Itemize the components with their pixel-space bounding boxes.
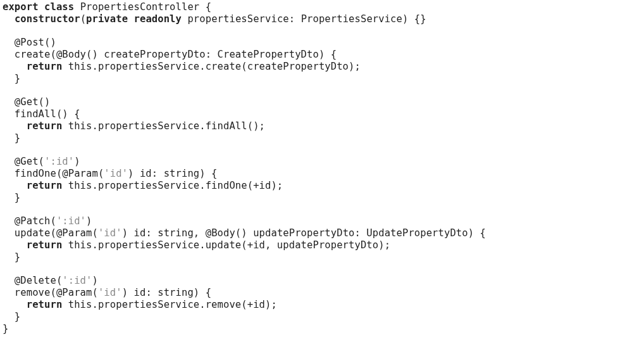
code-line: return this.propertiesService.remove(+id… bbox=[3, 299, 277, 310]
kw-private: private bbox=[86, 13, 128, 25]
code-line: } bbox=[3, 323, 8, 334]
kw-return: return bbox=[27, 299, 63, 310]
code-line: export class PropertiesController { bbox=[3, 1, 211, 13]
code-line: update(@Param('id') id: string, @Body() … bbox=[3, 227, 486, 239]
str-id: 'id' bbox=[98, 227, 122, 239]
kw-return: return bbox=[27, 180, 63, 191]
code-block: export class PropertiesController { cons… bbox=[0, 0, 644, 334]
code-line: return this.propertiesService.create(cre… bbox=[3, 61, 361, 72]
code-line: } bbox=[3, 311, 20, 322]
str-id: ':id' bbox=[44, 156, 74, 167]
code-line: } bbox=[3, 132, 20, 144]
code-line: @Post() bbox=[3, 37, 56, 48]
code-line: return this.propertiesService.findOne(+i… bbox=[3, 180, 283, 191]
code-line: remove(@Param('id') id: string) { bbox=[3, 287, 211, 298]
code-line: @Get(':id') bbox=[3, 156, 80, 167]
str-id: 'id' bbox=[104, 168, 128, 179]
code-line: create(@Body() createPropertyDto: Create… bbox=[3, 49, 337, 60]
str-id: 'id' bbox=[98, 287, 122, 298]
kw-class: class bbox=[44, 1, 74, 13]
code-line: @Get() bbox=[3, 96, 50, 108]
code-line: return this.propertiesService.update(+id… bbox=[3, 239, 390, 251]
code-line: findAll() { bbox=[3, 108, 80, 120]
code-line: constructor(private readonly propertiesS… bbox=[3, 13, 426, 25]
kw-return: return bbox=[27, 239, 63, 251]
str-id: ':id' bbox=[56, 215, 86, 227]
code-line: @Delete(':id') bbox=[3, 275, 98, 286]
code-line: } bbox=[3, 192, 20, 203]
code-line: } bbox=[3, 251, 20, 263]
kw-export: export bbox=[3, 1, 39, 13]
kw-return: return bbox=[27, 120, 63, 132]
kw-return: return bbox=[27, 61, 63, 72]
code-line: findOne(@Param('id') id: string) { bbox=[3, 168, 218, 179]
kw-constructor: constructor bbox=[15, 13, 80, 25]
code-line: @Patch(':id') bbox=[3, 215, 92, 227]
kw-readonly: readonly bbox=[134, 13, 182, 25]
code-line: } bbox=[3, 73, 20, 84]
str-id: ':id' bbox=[62, 275, 92, 286]
code-line: return this.propertiesService.findAll(); bbox=[3, 120, 265, 132]
